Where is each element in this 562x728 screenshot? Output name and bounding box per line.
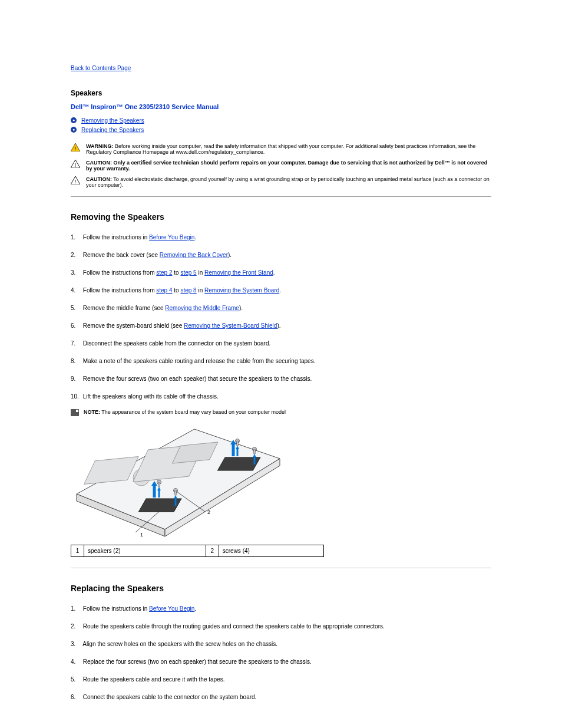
- callout-table: 1 speakers (2) 2 screws (4): [71, 545, 324, 557]
- caution-row-1: ! CAUTION: Only a certified service tech…: [71, 160, 491, 172]
- table-row: 1 speakers (2) 2 screws (4): [71, 545, 324, 557]
- step-text: Connect the speakers cable to the connec…: [83, 694, 257, 700]
- caution-2-text: CAUTION: To avoid electrostatic discharg…: [86, 176, 491, 188]
- caution-1-text: CAUTION: Only a certified service techni…: [86, 160, 491, 172]
- note-icon: [71, 409, 79, 416]
- svg-rect-27: [254, 449, 255, 454]
- replace-step-1: 1. Follow the instructions in Before You…: [71, 604, 491, 614]
- link-step-4[interactable]: step 4: [156, 287, 172, 294]
- page-title: Speakers: [71, 89, 491, 97]
- warning-text: WARNING: Before working inside your comp…: [86, 143, 491, 155]
- warning-body: Before working inside your computer, rea…: [86, 143, 475, 155]
- divider: [71, 568, 491, 568]
- svg-rect-24: [237, 441, 238, 446]
- bullet-icon: ●: [71, 127, 77, 133]
- step-text: Follow the instructions in: [83, 605, 149, 612]
- remove-step-4: 4. Follow the instructions from step 4 t…: [71, 285, 491, 296]
- step-text: Make a note of the speakers cable routin…: [83, 358, 316, 364]
- svg-rect-18: [158, 482, 160, 487]
- step-text: Remove the system-board shield (see: [83, 322, 184, 329]
- callout-1: 1: [140, 532, 143, 538]
- step-text: Disconnect the speakers cable from the c…: [83, 340, 271, 347]
- step-text: Follow the instructions from: [83, 269, 157, 276]
- callout-index-1: 1: [71, 545, 84, 557]
- bullet-icon: ●: [71, 117, 77, 123]
- step-text: ).: [239, 305, 243, 311]
- step-text: Lift the speakers along with its cable o…: [83, 393, 219, 400]
- step-text: Replace the four screws (two on each spe…: [83, 658, 312, 665]
- svg-rect-21: [175, 490, 176, 495]
- manual-title: Dell™ Inspiron™ One 2305/2310 Service Ma…: [71, 103, 491, 110]
- caution-2-body: To avoid electrostatic discharge, ground…: [86, 176, 490, 188]
- toc-list: ● Removing the Speakers ● Replacing the …: [71, 116, 491, 135]
- svg-text:!: !: [75, 179, 77, 185]
- step-text: Follow the instructions from: [83, 287, 157, 294]
- step-text: .: [273, 269, 275, 276]
- step-text: ).: [228, 252, 232, 258]
- heading-replace-speakers: Replacing the Speakers: [71, 584, 491, 593]
- link-step-2[interactable]: step 2: [156, 269, 172, 276]
- replace-step-2: 2. Route the speakers cable through the …: [71, 621, 491, 632]
- step-text: Remove the back cover (see: [83, 252, 160, 258]
- step-text: Route the speakers cable and secure it w…: [83, 676, 225, 683]
- step-text: ).: [277, 322, 280, 329]
- step-text: in: [197, 287, 204, 294]
- step-text: to: [173, 287, 181, 294]
- step-text: .: [194, 234, 196, 241]
- svg-text:!: !: [75, 146, 77, 151]
- link-removing-system-board-shield[interactable]: Removing the System-Board Shield: [184, 322, 277, 329]
- warning-icon: !: [71, 143, 80, 151]
- link-removing-middle-frame[interactable]: Removing the Middle Frame: [165, 305, 239, 311]
- caution-1-body: Only a certified service technician shou…: [86, 160, 487, 172]
- step-text: Follow the instructions in: [83, 234, 149, 241]
- step-text: to: [173, 269, 181, 276]
- toc-item-remove: ● Removing the Speakers: [71, 116, 491, 126]
- back-to-contents-link[interactable]: Back to Contents Page: [71, 65, 131, 71]
- toc-link-replace[interactable]: Replacing the Speakers: [81, 127, 144, 133]
- step-text: Remove the middle frame (see: [83, 305, 166, 311]
- link-before-you-begin[interactable]: Before You Begin: [149, 234, 194, 241]
- caution-icon: !: [71, 176, 80, 185]
- callout-index-2: 2: [206, 545, 219, 557]
- link-step-5[interactable]: step 5: [180, 269, 196, 276]
- remove-step-8: 8. Make a note of the speakers cable rou…: [71, 356, 491, 367]
- replace-steps: 1. Follow the instructions in Before You…: [71, 604, 491, 703]
- toc-link-remove[interactable]: Removing the Speakers: [81, 117, 144, 124]
- link-removing-front-stand[interactable]: Removing the Front Stand: [204, 269, 273, 276]
- caution-2-label: CAUTION:: [86, 176, 112, 182]
- step-text: Align the screw holes on the speakers wi…: [82, 641, 277, 647]
- caution-1-label: CAUTION:: [86, 160, 112, 166]
- step-text: Remove the four screws (two on each spea…: [83, 375, 312, 382]
- remove-step-1: 1. Follow the instructions in Before You…: [71, 232, 491, 243]
- note-row: NOTE: The appearance of the system board…: [71, 409, 491, 416]
- svg-text:!: !: [75, 162, 77, 168]
- remove-step-3: 3. Follow the instructions from step 2 t…: [71, 268, 491, 278]
- link-step-8[interactable]: step 8: [180, 287, 196, 294]
- remove-step-6: 6. Remove the system-board shield (see R…: [71, 321, 491, 331]
- caution-row-2: ! CAUTION: To avoid electrostatic discha…: [71, 176, 491, 188]
- replace-step-5: 5. Route the speakers cable and secure i…: [71, 674, 491, 685]
- remove-step-7: 7. Disconnect the speakers cable from th…: [71, 338, 491, 349]
- remove-step-2: 2. Remove the back cover (see Removing t…: [71, 250, 491, 261]
- speakers-diagram: 1 2: [71, 423, 283, 541]
- divider: [71, 196, 491, 197]
- remove-step-5: 5. Remove the middle frame (see Removing…: [71, 303, 491, 314]
- caution-icon: !: [71, 160, 80, 168]
- toc-item-replace: ● Replacing the Speakers: [71, 126, 491, 135]
- warning-row: ! WARNING: Before working inside your co…: [71, 143, 491, 155]
- callout-2: 2: [207, 509, 210, 515]
- remove-step-10: 10. Lift the speakers along with its cab…: [71, 391, 491, 402]
- step-text: .: [279, 287, 281, 294]
- remove-step-9: 9. Remove the four screws (two on each s…: [71, 374, 491, 384]
- link-removing-system-board[interactable]: Removing the System Board: [204, 287, 279, 294]
- heading-remove-speakers: Removing the Speakers: [71, 212, 491, 222]
- note-label: NOTE:: [84, 409, 100, 415]
- warning-label: WARNING:: [86, 143, 114, 149]
- replace-step-4: 4. Replace the four screws (two on each …: [71, 657, 491, 667]
- step-text: in: [197, 269, 204, 276]
- replace-step-6: 6. Connect the speakers cable to the con…: [71, 692, 491, 703]
- step-text: .: [194, 605, 196, 612]
- link-before-you-begin[interactable]: Before You Begin: [149, 605, 194, 612]
- link-removing-back-cover[interactable]: Removing the Back Cover: [160, 252, 228, 258]
- step-text: Route the speakers cable through the rou…: [83, 623, 385, 630]
